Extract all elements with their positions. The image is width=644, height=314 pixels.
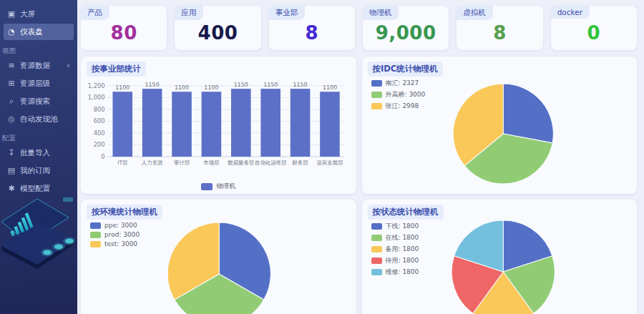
legend-item[interactable]: 下线: 1800 bbox=[371, 222, 419, 231]
sidebar-section-view: 视图 bbox=[2, 46, 75, 56]
legend-item[interactable]: 待用: 1800 bbox=[371, 256, 419, 265]
sidebar-item-auto-discovery[interactable]: ◎ 自动发现池 bbox=[4, 111, 74, 127]
svg-text:1100: 1100 bbox=[175, 84, 189, 91]
legend-marker bbox=[90, 241, 101, 247]
legend-item[interactable]: 南汇: 2327 bbox=[371, 79, 426, 88]
svg-text:1150: 1150 bbox=[145, 82, 160, 88]
sidebar-section-config: 配置 bbox=[2, 134, 75, 143]
legend-marker bbox=[371, 235, 382, 241]
legend-label: prod: 3000 bbox=[104, 231, 140, 238]
search-icon: ⌕ bbox=[7, 97, 16, 106]
sidebar-item-label: 大屏 bbox=[20, 9, 35, 19]
svg-text:1100: 1100 bbox=[204, 84, 218, 91]
svg-text:1100: 1100 bbox=[115, 84, 130, 91]
svg-text:审计部: 审计部 bbox=[174, 160, 190, 166]
legend-item[interactable]: ppe: 3000 bbox=[90, 222, 140, 229]
sidebar-item-label: 自动发现池 bbox=[20, 114, 58, 124]
legend-item[interactable]: 维修: 1800 bbox=[371, 268, 419, 277]
stat-card-label: 产品 bbox=[81, 6, 109, 20]
legend-item[interactable]: 备用: 1800 bbox=[371, 245, 419, 254]
legend-label: 维修: 1800 bbox=[386, 268, 419, 277]
svg-text:1150: 1150 bbox=[293, 82, 308, 88]
stat-card-label: 虚拟机 bbox=[457, 6, 493, 20]
legend-item[interactable]: test: 3000 bbox=[90, 240, 140, 247]
pie-legend: 南汇: 2327外高桥: 3000张江: 2998 bbox=[371, 79, 426, 111]
svg-text:1150: 1150 bbox=[234, 82, 248, 88]
legend-marker bbox=[90, 222, 101, 229]
legend-label: 待用: 1800 bbox=[386, 256, 419, 265]
svg-text:1,200: 1,200 bbox=[88, 82, 105, 89]
legend-item[interactable]: 外高桥: 3000 bbox=[371, 90, 426, 99]
svg-text:200: 200 bbox=[94, 141, 105, 148]
legend-label: 外高桥: 3000 bbox=[386, 90, 426, 99]
svg-text:财务部: 财务部 bbox=[292, 160, 308, 166]
svg-text:0: 0 bbox=[101, 153, 104, 160]
legend-label: 备用: 1800 bbox=[386, 245, 419, 254]
stat-card-value: 80 bbox=[81, 22, 167, 44]
stat-card-value: 9,000 bbox=[363, 22, 449, 44]
import-icon: ↧ bbox=[7, 148, 16, 157]
stat-card-label: docker bbox=[551, 6, 590, 19]
legend-item[interactable]: prod: 3000 bbox=[90, 231, 140, 238]
sidebar-item-resource-data[interactable]: ≡ 资源数据 ∨ bbox=[4, 57, 74, 74]
legend-label: 张江: 2998 bbox=[386, 102, 419, 111]
legend-marker bbox=[201, 183, 213, 190]
svg-text:600: 600 bbox=[94, 117, 105, 124]
sidebar-item-big-screen[interactable]: ▣ 大屏 bbox=[4, 6, 74, 22]
sidebar-item-label: 资源搜索 bbox=[20, 97, 50, 107]
stat-card-application: 应用 400 bbox=[175, 6, 260, 50]
sidebar-item-batch-import[interactable]: ↧ 批量导入 bbox=[4, 144, 74, 161]
legend-marker bbox=[371, 246, 382, 252]
sidebar-item-resource-hierarchy[interactable]: ⊞ 资源层级 bbox=[4, 75, 74, 92]
stat-card-product: 产品 80 bbox=[81, 6, 167, 50]
pie-legend: ppe: 3000prod: 3000test: 3000 bbox=[90, 222, 140, 247]
stats-row: 产品 80 应用 400 事业部 8 物理机 9,000 虚拟机 8 docke… bbox=[81, 6, 637, 50]
panel-title: 按环境统计物理机 bbox=[87, 205, 162, 220]
panel-title: 按状态统计物理机 bbox=[368, 205, 444, 220]
panel-pie-by-environment: 按环境统计物理机 ppe: 3000prod: 3000test: 3000 bbox=[81, 200, 356, 314]
legend-item[interactable]: 在线: 1800 bbox=[371, 233, 419, 242]
legend-marker bbox=[371, 103, 382, 109]
svg-text:市场部: 市场部 bbox=[203, 160, 219, 166]
legend-label: 在线: 1800 bbox=[386, 233, 419, 242]
main-content: 产品 80 应用 400 事业部 8 物理机 9,000 虚拟机 8 docke… bbox=[77, 0, 644, 314]
screen-icon: ▣ bbox=[7, 9, 16, 19]
sidebar-item-resource-search[interactable]: ⌕ 资源搜索 bbox=[4, 93, 74, 109]
charts-grid: 按事业部统计 02004006008001,0001,2001100IT部115… bbox=[81, 57, 637, 314]
panel-pie-by-status: 按状态统计物理机 下线: 1800在线: 1800备用: 1800待用: 180… bbox=[362, 200, 638, 314]
svg-text:IT部: IT部 bbox=[117, 160, 127, 166]
sidebar-item-label: 资源层级 bbox=[20, 79, 50, 89]
pie-chart-by-idc[interactable] bbox=[362, 57, 638, 194]
stat-card-value: 8 bbox=[457, 22, 542, 44]
sidebar-item-label: 我的订阅 bbox=[20, 166, 50, 176]
bar-chart-legend[interactable]: 物理机 bbox=[81, 182, 356, 191]
panel-title: 按事业部统计 bbox=[87, 62, 146, 77]
legend-label: 物理机 bbox=[216, 182, 235, 191]
svg-text:800: 800 bbox=[94, 106, 105, 113]
legend-marker bbox=[90, 232, 101, 238]
svg-text:1100: 1100 bbox=[323, 84, 337, 91]
legend-marker bbox=[371, 80, 382, 87]
legend-label: 下线: 1800 bbox=[386, 222, 419, 231]
stat-card-value: 0 bbox=[551, 22, 637, 44]
legend-marker bbox=[371, 257, 382, 264]
panel-title: 按IDC统计物理机 bbox=[368, 62, 443, 77]
stat-card-label: 物理机 bbox=[363, 6, 399, 20]
laptop-illustration bbox=[0, 177, 77, 313]
panel-bar-by-business-unit: 按事业部统计 02004006008001,0001,2001100IT部115… bbox=[81, 57, 356, 194]
legend-item[interactable]: 张江: 2998 bbox=[371, 102, 426, 111]
svg-text:400: 400 bbox=[94, 129, 105, 137]
stat-card-docker: docker 0 bbox=[551, 6, 637, 50]
stat-card-label: 事业部 bbox=[269, 6, 306, 20]
sidebar-item-label: 批量导入 bbox=[20, 148, 50, 158]
legend-label: test: 3000 bbox=[104, 240, 137, 247]
legend-marker bbox=[371, 223, 382, 230]
panel-pie-by-idc: 按IDC统计物理机 南汇: 2327外高桥: 3000张江: 2998 bbox=[362, 57, 638, 194]
stat-card-value: 8 bbox=[269, 22, 355, 44]
stat-card-physical-machine: 物理机 9,000 bbox=[363, 6, 449, 50]
legend-label: 南汇: 2327 bbox=[386, 79, 419, 88]
stat-card-business-unit: 事业部 8 bbox=[269, 6, 355, 50]
bar-chart-by-business-unit[interactable]: 02004006008001,0001,2001100IT部1150人力资源11… bbox=[87, 77, 351, 177]
sidebar-item-my-subscription[interactable]: ▤ 我的订阅 bbox=[4, 162, 74, 179]
sidebar-item-dashboard[interactable]: ◔ 仪表盘 bbox=[4, 24, 74, 40]
